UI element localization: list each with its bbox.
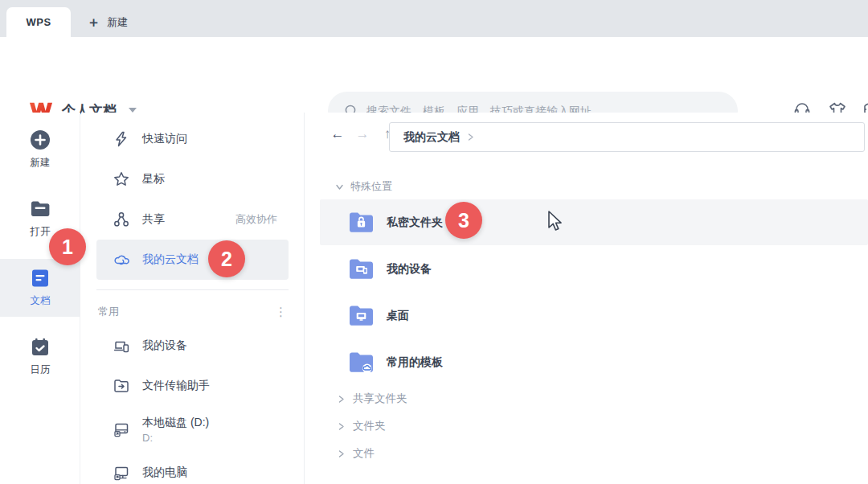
breadcrumb-current[interactable]: 我的云文档 xyxy=(403,130,460,145)
sidebar-item-starred[interactable]: 星标 xyxy=(96,159,289,199)
sidebar-item-quick-access[interactable]: 快速访问 xyxy=(96,119,289,159)
sidebar-label: 文件传输助手 xyxy=(142,379,277,393)
document-icon xyxy=(30,268,51,289)
sidebar-tag-collab: 高效协作 xyxy=(235,212,277,227)
main-content: ← → ↑ 我的云文档 特殊位置 xyxy=(304,113,868,484)
sidebar-label: 快速访问 xyxy=(142,132,277,146)
folder-row-my-devices[interactable]: 我的设备 xyxy=(320,246,868,292)
tab-wps-home[interactable]: WPS xyxy=(6,7,71,37)
templates-folder-icon xyxy=(348,351,375,374)
folder-label: 私密文件夹 xyxy=(387,215,443,230)
new-plus-icon xyxy=(30,129,51,150)
sidebar-label: 本地磁盘 (D:) xyxy=(142,416,209,430)
file-list: 特殊位置 私密文件夹 xyxy=(305,170,868,484)
sidebar-section-common: 常用 ⋮ xyxy=(96,298,289,326)
devices-folder-icon xyxy=(348,257,375,281)
chevron-right-icon xyxy=(338,450,345,457)
group-label: 共享文件夹 xyxy=(353,392,407,406)
chevron-right-icon xyxy=(338,396,345,403)
app-header: 个人文档 xyxy=(0,37,868,113)
cloud-icon xyxy=(113,252,129,268)
annotation-step-3: 3 xyxy=(445,202,482,239)
more-menu-icon[interactable]: ⋮ xyxy=(275,309,287,315)
computer-icon xyxy=(113,465,129,481)
plus-icon: ＋ xyxy=(87,15,100,29)
rail-label-docs: 文档 xyxy=(31,294,51,308)
sidebar-item-my-devices[interactable]: 我的设备 xyxy=(96,326,289,366)
nav-toolbar: ← → ↑ xyxy=(327,124,398,145)
folder-label: 桌面 xyxy=(387,309,409,323)
folder-row-desktop[interactable]: 桌面 xyxy=(320,293,868,338)
chevron-down-icon xyxy=(336,183,343,191)
open-folder-icon xyxy=(30,199,51,219)
rail-item-docs[interactable]: 文档 xyxy=(0,259,80,317)
lightning-icon xyxy=(113,131,129,147)
folder-row-templates[interactable]: 常用的模板 xyxy=(320,339,868,385)
transfer-folder-icon xyxy=(113,378,129,394)
section-special-locations[interactable]: 特殊位置 xyxy=(305,174,868,199)
folder-row-private[interactable]: 私密文件夹 xyxy=(320,199,868,245)
annotation-step-2: 2 xyxy=(208,240,245,277)
desktop-folder-icon xyxy=(348,304,375,327)
docs-sidebar: 快速访问 星标 共享 高效协作 我的云文档 xyxy=(81,113,304,484)
local-disk-icon xyxy=(113,421,129,437)
sidebar-item-my-computer[interactable]: 我的电脑 xyxy=(96,453,289,484)
group-files[interactable]: 文件 xyxy=(305,440,868,467)
rail-item-new[interactable]: 新建 xyxy=(0,121,80,178)
calendar-icon xyxy=(30,337,51,358)
star-icon xyxy=(113,171,129,187)
back-arrow-icon[interactable]: ← xyxy=(327,124,348,145)
devices-icon xyxy=(113,338,129,354)
folder-label: 我的设备 xyxy=(387,262,432,277)
sidebar-label: 共享 xyxy=(142,212,223,227)
group-label: 文件夹 xyxy=(353,419,386,433)
left-rail: 新建 打开 文档 日历 xyxy=(0,113,80,484)
sidebar-item-shared[interactable]: 共享 高效协作 xyxy=(96,199,289,240)
window-tab-bar: WPS ＋ 新建 xyxy=(0,0,868,37)
forward-arrow-icon[interactable]: → xyxy=(352,124,373,145)
sidebar-item-local-disk-d[interactable]: 本地磁盘 (D:) D: xyxy=(96,406,289,453)
rail-label-calendar: 日历 xyxy=(31,363,51,377)
new-tab-label: 新建 xyxy=(107,15,128,30)
group-shared-folders[interactable]: 共享文件夹 xyxy=(305,385,868,412)
sidebar-item-cloud-docs[interactable]: 我的云文档 xyxy=(96,240,289,280)
folder-label: 常用的模板 xyxy=(387,355,443,370)
group-label: 文件 xyxy=(353,446,375,461)
rail-label-open: 打开 xyxy=(31,225,51,239)
sidebar-label: 我的设备 xyxy=(142,338,277,353)
sidebar-item-file-transfer[interactable]: 文件传输助手 xyxy=(96,366,289,406)
tab-wps-label: WPS xyxy=(26,16,51,28)
private-lock-folder-icon xyxy=(348,211,375,234)
sidebar-label: 我的电脑 xyxy=(142,466,277,480)
new-tab-button[interactable]: ＋ 新建 xyxy=(76,7,139,37)
share-icon xyxy=(113,211,129,228)
section-title: 常用 xyxy=(98,305,119,319)
sidebar-label: 星标 xyxy=(142,172,277,187)
sidebar-sublabel: D: xyxy=(142,432,209,444)
wps-home-window: WPS ＋ 新建 个人文档 xyxy=(0,0,868,484)
section-label: 特殊位置 xyxy=(350,179,392,194)
annotation-step-1: 1 xyxy=(49,228,86,265)
chevron-right-icon xyxy=(338,423,345,430)
rail-item-calendar[interactable]: 日历 xyxy=(0,328,80,386)
chevron-right-icon xyxy=(467,133,474,141)
breadcrumb[interactable]: 我的云文档 xyxy=(389,122,865,152)
sidebar-divider xyxy=(96,289,289,290)
rail-label-new: 新建 xyxy=(31,156,51,170)
group-folders[interactable]: 文件夹 xyxy=(305,412,868,440)
mouse-cursor xyxy=(546,210,563,234)
